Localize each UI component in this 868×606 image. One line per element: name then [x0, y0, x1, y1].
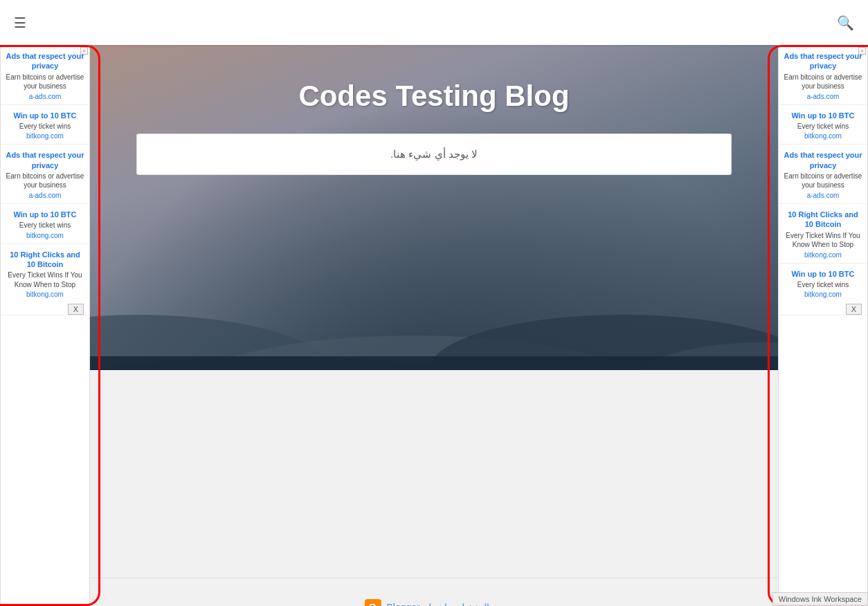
footer-blogger-line: B يتم التشغيل بواسطة Blogger	[14, 599, 854, 606]
right-ad-1-body: Earn bitcoins or advertise your business	[783, 73, 863, 91]
right-ad-panel: × Ads that respect your privacy Earn bit…	[778, 45, 868, 606]
left-ad-4-body: Every ticket wins	[5, 221, 85, 230]
left-ad-5-title[interactable]: 10 Right Clicks and 10 Bitcoin	[5, 250, 85, 270]
left-panel-close-button[interactable]: X	[68, 304, 84, 315]
left-ad-panel: × Ads that respect your privacy Earn bit…	[0, 45, 90, 606]
right-ad-5: Win up to 10 BTC Every ticket wins bitko…	[779, 264, 867, 316]
right-ad-4-title[interactable]: 10 Right Clicks and 10 Bitcoin	[783, 210, 863, 230]
main-content	[0, 370, 868, 578]
left-ad-5-body: Every Ticket Wins If You Know When to St…	[5, 270, 85, 289]
left-ad-2-url: bitkong.com	[5, 132, 85, 140]
left-ad-1-url: a-ads.com	[5, 93, 85, 100]
right-ad-1-close[interactable]: ×	[858, 47, 866, 55]
right-ad-4-body: Every Ticket Wins If You Know When to St…	[783, 231, 863, 250]
left-ad-2: Win up to 10 BTC Every ticket wins bitko…	[1, 105, 89, 145]
blogger-icon: B	[365, 599, 381, 606]
left-ad-1-title[interactable]: Ads that respect your privacy	[5, 51, 85, 71]
left-ad-3-title[interactable]: Ads that respect your privacy	[5, 150, 85, 170]
blogger-link[interactable]: يتم التشغيل بواسطة Blogger	[387, 602, 504, 606]
right-ad-2-body: Every ticket wins	[783, 122, 863, 131]
right-ad-3-url: a-ads.com	[783, 192, 863, 199]
right-ad-2: Win up to 10 BTC Every ticket wins bitko…	[779, 105, 867, 145]
hamburger-menu[interactable]: ☰	[14, 15, 26, 31]
left-ad-4: Win up to 10 BTC Every ticket wins bitko…	[1, 204, 89, 244]
right-ad-3-body: Earn bitcoins or advertise your business	[783, 172, 863, 190]
right-ad-1-title[interactable]: Ads that respect your privacy	[783, 51, 863, 71]
svg-rect-6	[0, 356, 868, 370]
hero-dunes	[0, 246, 868, 370]
right-ad-5-title[interactable]: Win up to 10 BTC	[783, 269, 863, 279]
left-ad-2-title[interactable]: Win up to 10 BTC	[5, 111, 85, 120]
left-ad-5-url: bitkong.com	[5, 291, 85, 298]
hero-section: Codes Testing Blog لا يوجد أي شيء هنا.	[0, 45, 868, 370]
right-ad-2-title[interactable]: Win up to 10 BTC	[783, 111, 863, 120]
search-box: لا يوجد أي شيء هنا.	[136, 134, 732, 175]
search-icon[interactable]: 🔍	[837, 15, 854, 31]
left-ad-1-close[interactable]: ×	[80, 47, 88, 55]
right-ad-3-title[interactable]: Ads that respect your privacy	[783, 150, 863, 170]
right-ad-5-body: Every ticket wins	[783, 280, 863, 290]
footer: B يتم التشغيل بواسطة Blogger صور المظاهر…	[0, 578, 868, 606]
left-ad-5: 10 Right Clicks and 10 Bitcoin Every Tic…	[1, 244, 89, 316]
right-ad-1-url: a-ads.com	[783, 93, 863, 100]
right-ad-2-url: bitkong.com	[783, 132, 863, 140]
right-ad-1: × Ads that respect your privacy Earn bit…	[779, 46, 867, 105]
header: ☰ 🔍	[0, 0, 868, 45]
left-ad-3: Ads that respect your privacy Earn bitco…	[1, 145, 89, 204]
left-ad-4-url: bitkong.com	[5, 232, 85, 239]
right-panel-close-button[interactable]: X	[846, 304, 862, 315]
right-ad-4: 10 Right Clicks and 10 Bitcoin Every Tic…	[779, 204, 867, 264]
left-ad-1-body: Earn bitcoins or advertise your business	[5, 73, 85, 91]
left-ad-3-url: a-ads.com	[5, 192, 85, 199]
right-ad-4-url: bitkong.com	[783, 251, 863, 259]
left-ad-4-title[interactable]: Win up to 10 BTC	[5, 210, 85, 219]
right-ad-5-url: bitkong.com	[783, 291, 863, 298]
blog-title: Codes Testing Blog	[298, 80, 569, 113]
left-ad-3-body: Earn bitcoins or advertise your business	[5, 172, 85, 190]
right-ad-3: Ads that respect your privacy Earn bitco…	[779, 145, 867, 204]
left-ad-2-body: Every ticket wins	[5, 122, 85, 131]
windows-ink-badge: Windows Ink Workspace	[772, 592, 868, 606]
left-ad-1: × Ads that respect your privacy Earn bit…	[1, 46, 89, 105]
